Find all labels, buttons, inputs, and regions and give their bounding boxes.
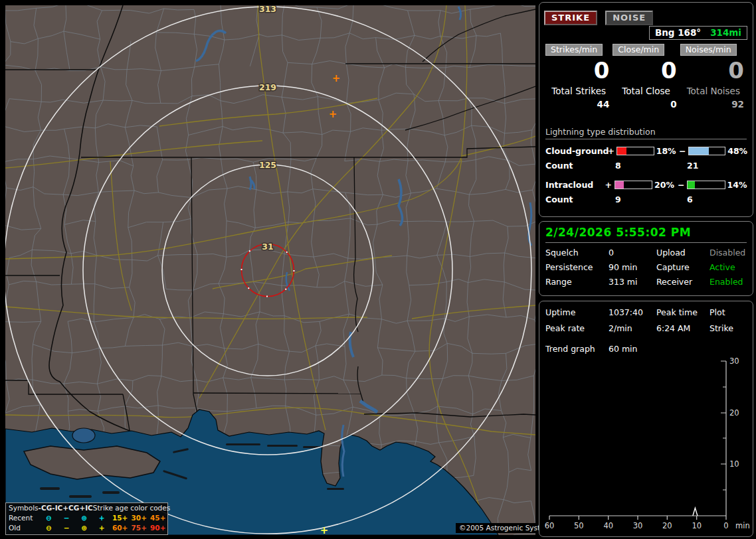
strike-symbol: +: [329, 108, 337, 120]
plus-sign: +: [607, 146, 614, 156]
cg-negative-pct: 48%: [727, 146, 750, 156]
total-noises-label: Total Noises: [680, 86, 747, 96]
legend-col-pos-ic: +IC: [79, 503, 92, 513]
upload-status: Disabled: [709, 248, 747, 258]
receiver-status: Enabled: [709, 277, 747, 287]
status-row: Range 313 mi Receiver Enabled: [545, 277, 747, 287]
cg-positive-bar: [616, 147, 654, 155]
xtick-50: 50: [574, 521, 584, 530]
neg-cg-old-icon: ⊖: [40, 523, 58, 533]
noise-mode-button[interactable]: NOISE: [605, 11, 653, 25]
plot-mode-value: Strike: [709, 323, 747, 333]
legend-recent-row: Recent ⊖ − ⊕ + 15+ 30+ 45+: [6, 513, 167, 523]
status-panel: 2/24/2026 5:55:02 PM Squelch 0 Upload Di…: [539, 221, 753, 296]
status-row: Persistence 90 min Capture Active: [545, 262, 747, 272]
cg-positive-count: 8: [615, 161, 687, 171]
trend-graph-label: Trend graph: [545, 344, 609, 354]
range-label: Range: [545, 277, 609, 287]
intracloud-row: Intracloud + 20% − 14%: [545, 180, 750, 190]
minus-sign: −: [678, 180, 685, 190]
trend-window-value: 60 min: [609, 344, 637, 354]
distribution-title: Lightning type distribution: [545, 127, 747, 139]
date-time-display: 2/24/2026 5:55:02 PM: [545, 226, 747, 243]
total-close-value: 0: [613, 99, 679, 110]
total-close-label: Total Close: [613, 86, 679, 96]
xtick-0: 0: [723, 521, 728, 530]
xtick-30: 30: [633, 521, 643, 530]
noises-per-min-chip[interactable]: Noises/min: [680, 44, 737, 56]
legend-age-header: Strike age color codes: [93, 503, 170, 513]
peak-time-label: Peak time: [656, 307, 709, 317]
noises-per-min-value: 0: [680, 57, 747, 84]
strike-symbol: +: [320, 524, 329, 535]
neg-ic-old-icon: −: [58, 523, 76, 533]
cloud-ground-row: Cloud-ground + 18% − 48%: [545, 146, 750, 156]
legend-recent-label: Recent: [6, 513, 40, 523]
squelch-value: 0: [609, 248, 656, 258]
ic-positive-bar: [614, 181, 653, 189]
legend-old-row: Old ⊖ − ⊕ + 60+ 75+ 90+: [6, 523, 167, 533]
legend-col-pos-cg: +CG: [62, 503, 79, 513]
strikes-per-min-chip[interactable]: Strikes/min: [545, 44, 603, 56]
cg-positive-pct: 18%: [656, 146, 679, 156]
ring-label-31: 31: [262, 242, 273, 252]
total-strikes-label: Total Strikes: [545, 86, 612, 96]
age-60: 60+: [110, 523, 130, 533]
strikes-per-min-value: 0: [545, 57, 612, 84]
ic-negative-count: 6: [687, 194, 693, 204]
legend-old-label: Old: [6, 523, 40, 533]
close-per-min-value: 0: [613, 57, 679, 84]
peak-rate-value: 2/min: [609, 323, 656, 333]
upload-label: Upload: [656, 248, 709, 258]
status-row: Squelch 0 Upload Disabled: [545, 248, 747, 258]
strikes-column: Strikes/min 0 Total Strikes 44: [545, 42, 612, 110]
noises-column: Noises/min 0 Total Noises 92: [680, 42, 747, 110]
cloud-ground-label: Cloud-ground: [545, 146, 607, 156]
persistence-value: 90 min: [609, 262, 656, 272]
trend-chart: 30 20 10 60 50 40 30 20 10 0 min: [539, 353, 751, 535]
total-noises-value: 92: [680, 99, 747, 110]
ytick-20: 20: [729, 408, 739, 418]
pos-cg-old-icon: ⊕: [75, 523, 93, 533]
uptime-row: Uptime 1037:40 Peak time Plot: [545, 307, 747, 317]
legend-col-neg-cg: -CG: [39, 503, 52, 513]
map-canvas: 313 219 125 31 +++: [5, 5, 535, 535]
trend-spike: [693, 508, 698, 516]
range-value: 313 mi: [609, 277, 656, 287]
rate-counters: Strikes/min 0 Total Strikes 44 Close/min…: [539, 42, 753, 110]
cg-negative-bar: [688, 147, 725, 155]
xtick-20: 20: [662, 521, 672, 530]
xtick-40: 40: [603, 521, 613, 530]
minus-sign: −: [679, 146, 686, 156]
capture-status: Active: [709, 262, 747, 272]
age-90: 90+: [148, 523, 167, 533]
pos-ic-recent-icon: +: [93, 513, 111, 523]
counters-panel: STRIKE NOISE Bng 168°314mi Strikes/min 0…: [539, 2, 753, 217]
capture-label: Capture: [656, 262, 709, 272]
ytick-10: 10: [729, 459, 739, 469]
ytick-30: 30: [729, 356, 739, 366]
bearing-range-value: 314mi: [710, 27, 741, 38]
neg-cg-recent-icon: ⊖: [40, 513, 58, 523]
close-per-min-chip[interactable]: Close/min: [613, 44, 664, 56]
pos-cg-recent-icon: ⊕: [75, 513, 93, 523]
peak-rate-label: Peak rate: [545, 323, 609, 333]
persistence-label: Persistence: [545, 262, 609, 272]
uptime-label: Uptime: [545, 307, 609, 317]
xtick-60: 60: [545, 521, 555, 530]
peak-time-value: 6:24 AM: [656, 323, 709, 333]
neg-ic-recent-icon: −: [58, 513, 76, 523]
ic-positive-count: 9: [615, 194, 687, 204]
xtick-10: 10: [692, 521, 702, 530]
pos-ic-old-icon: +: [93, 523, 111, 533]
bearing-readout: Bng 168°314mi: [649, 26, 747, 40]
uptime-value: 1037:40: [609, 307, 656, 317]
x-axis-unit: min: [735, 521, 750, 530]
stormvue-app-window: 313 219 125 31 +++ Symbols -CG -IC +CG +…: [0, 0, 756, 539]
ring-label-219: 219: [259, 82, 276, 92]
plot-label: Plot: [709, 307, 747, 317]
strike-mode-button[interactable]: STRIKE: [544, 11, 597, 25]
cloud-ground-count-row: Count 8 21: [545, 161, 750, 171]
peak-rate-row: Peak rate 2/min 6:24 AM Strike: [545, 323, 747, 333]
close-column: Close/min 0 Total Close 0: [613, 42, 679, 110]
